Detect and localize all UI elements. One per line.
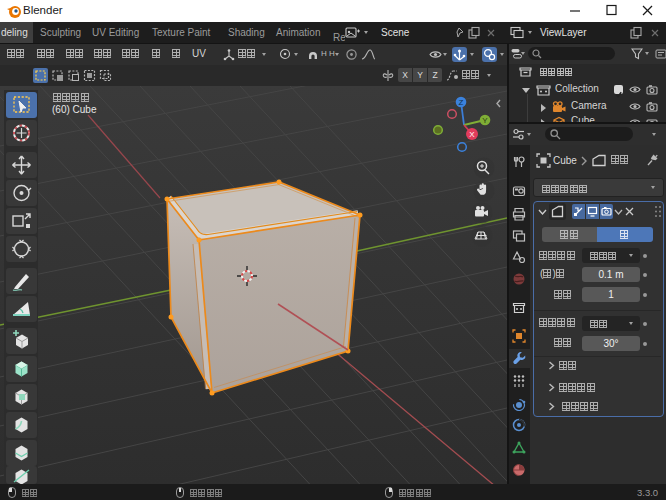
- svg-text:Z: Z: [459, 98, 464, 107]
- svg-text:X: X: [469, 130, 475, 139]
- svg-text:Y: Y: [482, 116, 488, 125]
